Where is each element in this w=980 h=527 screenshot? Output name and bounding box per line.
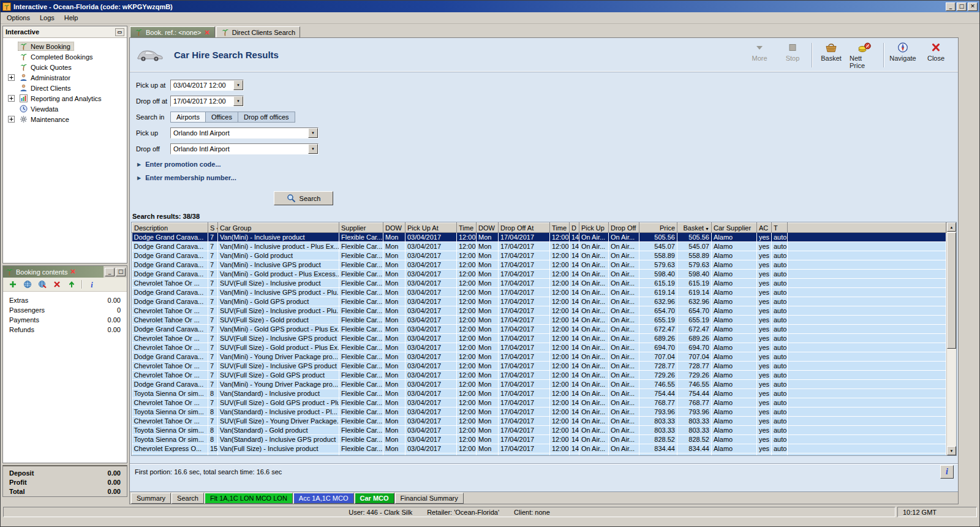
cell[interactable]: 14 [570, 279, 579, 288]
expand-plus-icon[interactable] [8, 95, 15, 102]
cell[interactable]: 03/04/2017 [405, 288, 457, 297]
cell[interactable]: Mon [477, 270, 499, 279]
cell[interactable]: Van(Standard) - Inclusive GPS product [218, 435, 339, 444]
cell[interactable]: On Air... [579, 398, 609, 408]
cell[interactable]: 12:00 [550, 233, 570, 242]
cell[interactable] [788, 316, 946, 325]
cell[interactable]: Alamo [712, 325, 757, 334]
dropoff-location-combo[interactable]: Orlando Intl Airport ▼ [170, 143, 318, 154]
cell[interactable]: Flexible Car... [339, 306, 383, 316]
expand-plus-icon[interactable] [8, 74, 15, 81]
cell[interactable]: Mon [383, 343, 405, 352]
cell[interactable]: Mon [383, 334, 405, 343]
cell[interactable]: On Air... [579, 242, 609, 251]
cell[interactable]: auto [772, 371, 788, 380]
column-header-supplier[interactable]: Supplier [339, 223, 383, 233]
toolbar-close-button[interactable]: Close [920, 40, 952, 70]
cell[interactable]: 03/04/2017 [405, 343, 457, 352]
cell[interactable]: On Air... [609, 380, 639, 389]
cell[interactable]: Alamo [712, 343, 757, 352]
column-header-dow[interactable]: DOW [477, 223, 499, 233]
result-row[interactable]: Chevrolet Tahoe Or ...7SUV(Full Size) - … [132, 306, 946, 316]
result-row[interactable]: Chevrolet Tahoe Or ...7SUV(Full Size) - … [132, 316, 946, 325]
cell[interactable]: 03/04/2017 [405, 362, 457, 371]
cell[interactable]: 17/04/2017 [499, 426, 550, 435]
column-header-dow[interactable]: DOW [383, 223, 405, 233]
sidebar-item-maintenance[interactable]: Maintenance [3, 114, 127, 124]
cell[interactable]: On Air... [579, 362, 609, 371]
cell[interactable]: auto [772, 242, 788, 251]
cell[interactable]: On Air... [609, 251, 639, 260]
cell[interactable]: 729.26 [677, 371, 712, 380]
cell[interactable]: Mon [383, 233, 405, 242]
cell[interactable]: Flexible Car... [339, 435, 383, 444]
cell[interactable]: 768.77 [639, 398, 677, 408]
cell[interactable]: 632.96 [639, 297, 677, 306]
cell[interactable]: 12:00 [550, 260, 570, 270]
search-button[interactable]: Search [274, 191, 333, 205]
cell[interactable]: On Air... [579, 389, 609, 398]
cell[interactable]: 7 [208, 279, 218, 288]
section-tab-summary[interactable]: Summary [131, 493, 171, 504]
cell[interactable]: Alamo [712, 288, 757, 297]
cell[interactable]: Chevrolet Express O... [132, 444, 208, 453]
cell[interactable]: On Air... [609, 408, 639, 417]
cell[interactable]: yes [757, 316, 772, 325]
scroll-down-icon[interactable]: ▼ [947, 446, 956, 455]
cell[interactable]: 828.52 [639, 435, 677, 444]
cell[interactable]: Toyota Sienna Or sim... [132, 435, 208, 444]
cell[interactable]: Flexible Car... [339, 297, 383, 306]
cell[interactable]: 505.56 [639, 233, 677, 242]
cell[interactable]: Dodge Grand Carava... [132, 260, 208, 270]
cell[interactable]: 7 [208, 380, 218, 389]
result-row[interactable]: Dodge Grand Carava...7Van(Mini) - Gold G… [132, 297, 946, 306]
cell[interactable]: 12:00 [457, 316, 477, 325]
cell[interactable]: Flexible Car... [339, 362, 383, 371]
cell[interactable]: SUV(Full Size) - Gold GPS product - Plu.… [218, 398, 339, 408]
cell[interactable]: 754.44 [677, 389, 712, 398]
cell[interactable]: On Air... [609, 260, 639, 270]
cell[interactable]: Van(Mini) - Gold GPS product - Plus Ex..… [218, 325, 339, 334]
cell[interactable]: auto [772, 279, 788, 288]
cell[interactable]: 03/04/2017 [405, 435, 457, 444]
cell[interactable] [788, 343, 946, 352]
cell[interactable]: 707.04 [639, 352, 677, 362]
cell[interactable]: yes [757, 417, 772, 426]
result-row[interactable]: Chevrolet Tahoe Or ...7SUV(Full Size) - … [132, 371, 946, 380]
cell[interactable]: 7 [208, 316, 218, 325]
cell[interactable]: 615.19 [639, 279, 677, 288]
cell[interactable]: yes [757, 251, 772, 260]
cell[interactable]: Flexible Car... [339, 380, 383, 389]
cell[interactable]: Alamo [712, 389, 757, 398]
cell[interactable]: 03/04/2017 [405, 389, 457, 398]
cell[interactable]: 14 [570, 417, 579, 426]
cell[interactable]: 14 [570, 306, 579, 316]
cell[interactable]: yes [757, 325, 772, 334]
cell[interactable]: 12:00 [550, 435, 570, 444]
cell[interactable]: On Air... [579, 270, 609, 279]
cell[interactable]: Dodge Grand Carava... [132, 297, 208, 306]
cell[interactable]: 12:00 [457, 325, 477, 334]
searchin-tab-offices[interactable]: Offices [206, 112, 238, 123]
cell[interactable]: yes [757, 398, 772, 408]
cell[interactable]: Flexible Car... [339, 325, 383, 334]
cell[interactable]: Dodge Grand Carava... [132, 325, 208, 334]
cell[interactable]: 12:00 [457, 288, 477, 297]
cell[interactable]: 17/04/2017 [499, 398, 550, 408]
cell[interactable]: Alamo [712, 417, 757, 426]
section-tab-financial-summary[interactable]: Financial Summary [395, 493, 464, 504]
chevron-down-icon[interactable]: ▼ [308, 144, 318, 154]
cell[interactable]: On Air... [609, 297, 639, 306]
cell[interactable]: auto [772, 352, 788, 362]
cell[interactable]: 03/04/2017 [405, 251, 457, 260]
cell[interactable]: 12:00 [457, 426, 477, 435]
column-header-basket[interactable]: Basket▼ [677, 223, 712, 233]
cell[interactable]: 12:00 [457, 435, 477, 444]
cell[interactable]: yes [757, 279, 772, 288]
sidebar-item-completed-bookings[interactable]: Completed Bookings [3, 51, 127, 62]
cell[interactable]: 793.96 [639, 408, 677, 417]
cell[interactable]: Alamo [712, 408, 757, 417]
cell[interactable]: 03/04/2017 [405, 270, 457, 279]
cell[interactable]: 12:00 [457, 260, 477, 270]
cell[interactable]: 545.07 [677, 242, 712, 251]
